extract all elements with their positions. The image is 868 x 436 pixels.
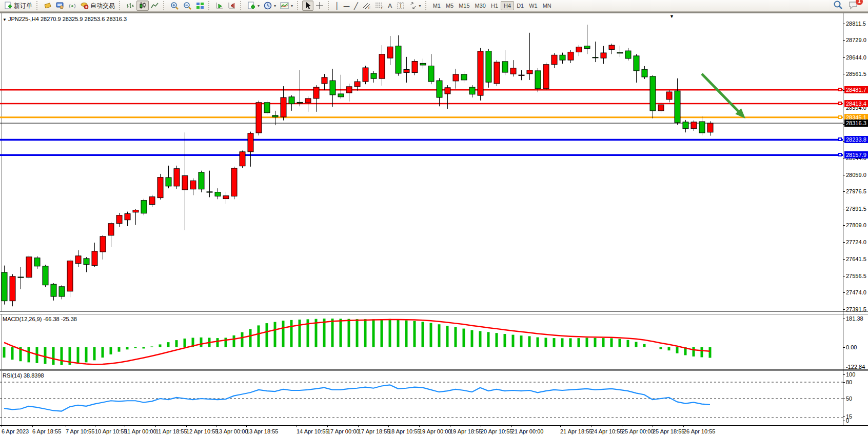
tile-windows-icon	[196, 2, 204, 10]
time-tick	[246, 425, 247, 427]
annotation-arrow[interactable]	[702, 74, 738, 111]
candle-body	[428, 66, 434, 82]
bucket-button[interactable]	[42, 1, 54, 11]
candle-body	[691, 122, 697, 129]
candle-body	[699, 122, 705, 133]
cursor-icon	[304, 2, 311, 10]
price-tick: 27891.5	[846, 206, 866, 212]
time-axis-label: 12 Apr 10:55	[186, 428, 218, 434]
auto-scroll-button[interactable]	[213, 1, 226, 11]
candle-body	[354, 82, 360, 87]
candle-body	[59, 287, 65, 296]
tf-w1-button[interactable]: W1	[526, 1, 540, 10]
rsi-chart[interactable]	[0, 371, 843, 425]
chart-shift-icon	[228, 2, 236, 10]
tf-h1-button[interactable]: H1	[488, 1, 501, 10]
candle-body	[248, 133, 253, 152]
bar-chart-button[interactable]	[124, 1, 136, 11]
channel-button[interactable]: E	[360, 1, 373, 11]
candle-body	[157, 177, 163, 198]
new-order-button[interactable]: 新订单	[2, 1, 34, 11]
price-chart[interactable]	[0, 13, 843, 311]
zoom-in-button[interactable]	[168, 1, 181, 11]
time-tick	[155, 425, 156, 427]
macd-label: MACD(12,26,9) -66.38 -25.38	[3, 316, 77, 322]
time-axis-label: 14 Apr 10:55	[297, 428, 328, 434]
level-marker	[838, 102, 842, 105]
tf-m1-button[interactable]: M1	[430, 1, 443, 10]
candle-body	[231, 168, 237, 196]
time-tick	[186, 425, 187, 427]
new-order-icon	[4, 2, 12, 10]
candle-body	[675, 91, 680, 123]
svg-text:F: F	[381, 6, 383, 10]
chart-shift-button[interactable]	[226, 1, 238, 11]
rsi-line	[4, 385, 710, 411]
tf-d1-button[interactable]: D1	[514, 1, 526, 10]
time-tick	[95, 425, 95, 427]
candle-body	[576, 47, 582, 52]
templates-button[interactable]: ▾	[245, 1, 262, 11]
search-icon[interactable]	[833, 0, 843, 12]
zoom-out-button[interactable]	[181, 1, 194, 11]
time-tick	[2, 425, 2, 427]
time-tick	[358, 425, 359, 427]
text-label-button[interactable]: T	[394, 1, 407, 11]
time-axis-label: 7 Apr 10:55	[66, 428, 94, 434]
notifications-button[interactable]: 1	[849, 1, 859, 11]
trendline-button[interactable]: ╱	[352, 1, 360, 11]
period-icon	[264, 2, 272, 10]
candle-body	[190, 181, 196, 189]
time-tick	[481, 425, 481, 427]
time-axis-label: 21 Apr 00:00	[511, 428, 543, 434]
text-button[interactable]: A	[386, 1, 394, 11]
tf-m30-button[interactable]: M30	[472, 1, 488, 10]
time-tick	[683, 425, 684, 427]
price-tick: 27556.5	[846, 273, 866, 279]
tf-mn-button[interactable]: MN	[540, 1, 554, 10]
indicators-button[interactable]: ▾	[278, 1, 295, 11]
candle-body	[346, 87, 352, 93]
candle-body	[634, 56, 639, 71]
tile-windows-button[interactable]	[194, 1, 206, 11]
time-tick	[216, 425, 216, 427]
crosshair-button[interactable]	[313, 1, 326, 11]
candle-body	[10, 276, 15, 301]
cursor-button[interactable]	[302, 1, 313, 11]
tf-m5-button[interactable]: M5	[443, 1, 456, 10]
candle-body	[166, 177, 171, 186]
macd-chart[interactable]	[0, 314, 843, 369]
terminal-button[interactable]	[54, 1, 66, 11]
tf-m15-button[interactable]: M15	[456, 1, 472, 10]
toolbar-separator	[119, 1, 122, 10]
candle-body	[510, 68, 516, 74]
price-tick: 28811.5	[846, 21, 866, 27]
vertical-line-button[interactable]: │	[333, 1, 341, 11]
arrows-button[interactable]: ▾	[407, 1, 423, 11]
line-chart-button[interactable]	[149, 1, 161, 11]
price-tick: 28729.0	[846, 37, 866, 43]
candle-body	[313, 87, 319, 98]
auto-trading-button[interactable]: 自动交易	[78, 1, 117, 11]
candle-body	[396, 46, 401, 73]
candle-body	[666, 92, 672, 100]
candle-body	[199, 172, 204, 189]
horizontal-line-button[interactable]: —	[341, 1, 352, 11]
tf-h4-button[interactable]: H4	[501, 1, 514, 10]
fibonacci-icon: F	[375, 2, 384, 10]
period-button[interactable]: ▾	[262, 1, 278, 11]
signal-button[interactable]	[66, 1, 78, 11]
chevron-down-icon: ▾	[419, 4, 421, 8]
collapse-triangle-icon: ▼	[3, 17, 7, 22]
candle-body	[67, 261, 73, 291]
bucket-icon	[44, 2, 52, 10]
candle-body	[658, 105, 664, 111]
time-axis-label: 6 Apr 18:55	[32, 428, 61, 434]
toolbar-separator	[208, 1, 211, 10]
level-price-label: 28157.9	[844, 151, 868, 158]
fibonacci-button[interactable]: F	[373, 1, 386, 11]
candlestick-chart-button[interactable]	[136, 1, 149, 11]
candle-body	[182, 175, 188, 189]
time-axis-label: 25 Apr 18:55	[653, 428, 684, 434]
toolbar-separator	[163, 1, 166, 10]
